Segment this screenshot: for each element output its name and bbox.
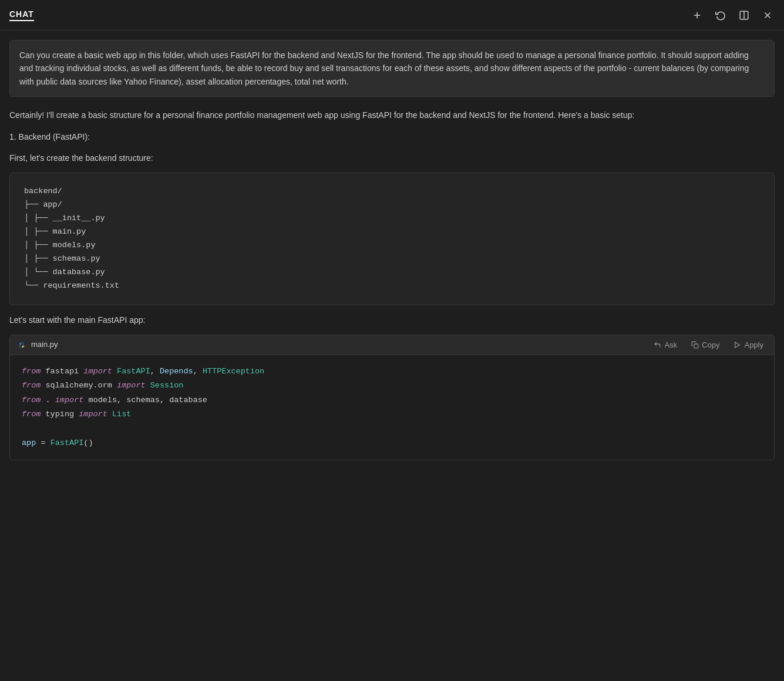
apply-button[interactable]: Apply bbox=[730, 339, 767, 350]
split-icon[interactable] bbox=[737, 8, 751, 22]
close-icon[interactable] bbox=[761, 8, 775, 22]
assistant-response: Certainly! I'll create a basic structure… bbox=[9, 109, 775, 460]
new-chat-icon[interactable] bbox=[690, 8, 704, 22]
code-line-3: from . import models, schemas, database bbox=[22, 393, 762, 407]
code-toolbar: main.py Ask C bbox=[10, 335, 774, 355]
python-file-icon bbox=[17, 340, 26, 350]
code-line-2: from sqlalchemy.orm import Session bbox=[22, 379, 762, 393]
tree-line-7: └── requirements.txt bbox=[24, 279, 760, 293]
tree-line-4: │ ├── models.py bbox=[24, 239, 760, 252]
user-message: Can you create a basic web app in this f… bbox=[9, 40, 775, 97]
directory-tree: backend/ ├── app/ │ ├── __init__.py │ ├─… bbox=[9, 173, 775, 305]
code-line-5: app = FastAPI() bbox=[22, 436, 762, 450]
tree-line-6: │ └── database.py bbox=[24, 266, 760, 279]
header-actions bbox=[690, 8, 775, 22]
section1-subheading: First, let's create the backend structur… bbox=[9, 151, 775, 164]
svg-marker-10 bbox=[735, 342, 740, 348]
code-content: from fastapi import FastAPI, Depends, HT… bbox=[10, 355, 774, 460]
tree-line-2: │ ├── __init__.py bbox=[24, 212, 760, 225]
toolbar-left: main.py bbox=[17, 339, 58, 351]
svg-rect-9 bbox=[694, 344, 698, 348]
code-line-4: from typing import List bbox=[22, 407, 762, 422]
chat-title: CHAT bbox=[9, 9, 34, 21]
tree-line-0: backend/ bbox=[24, 185, 760, 198]
code-filename: main.py bbox=[31, 339, 58, 351]
chat-header: CHAT bbox=[0, 0, 784, 31]
toolbar-right: Ask Copy Apply bbox=[650, 339, 767, 350]
code-intro: Let's start with the main FastAPI app: bbox=[9, 313, 775, 326]
code-editor-block: main.py Ask C bbox=[9, 335, 775, 460]
tree-line-3: │ ├── main.py bbox=[24, 225, 760, 239]
copy-button[interactable]: Copy bbox=[688, 339, 723, 350]
ask-button[interactable]: Ask bbox=[650, 339, 681, 350]
user-message-text: Can you create a basic web app in this f… bbox=[19, 50, 749, 86]
code-line-1: from fastapi import FastAPI, Depends, HT… bbox=[22, 365, 762, 379]
chat-content: Can you create a basic web app in this f… bbox=[0, 31, 784, 478]
code-empty-line bbox=[22, 422, 762, 436]
tree-line-1: ├── app/ bbox=[24, 198, 760, 212]
tree-line-5: │ ├── schemas.py bbox=[24, 252, 760, 266]
history-icon[interactable] bbox=[714, 8, 728, 22]
assistant-intro: Certainly! I'll create a basic structure… bbox=[9, 109, 775, 122]
section1-heading: 1. Backend (FastAPI): bbox=[9, 130, 775, 143]
